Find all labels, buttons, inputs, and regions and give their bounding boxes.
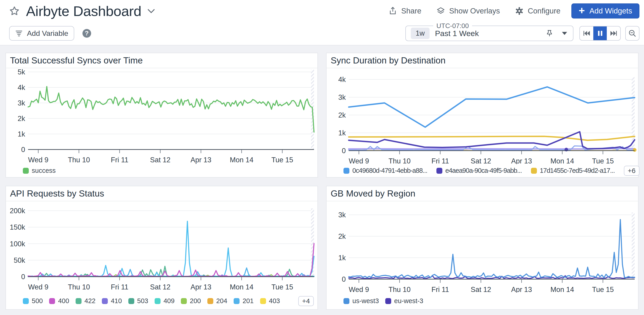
show-overlays-button[interactable]: Show Overlays [436,6,500,15]
playback-controls [579,26,621,41]
legend-item[interactable]: eu-west-3 [385,297,423,305]
svg-text:1k: 1k [338,129,346,137]
svg-text:Thu 10: Thu 10 [388,286,410,293]
legend-item[interactable]: 0c49680d-4791-4ebb-a88... [344,167,427,174]
zoom-out-button[interactable] [625,26,640,41]
legend-item[interactable]: 204 [207,297,227,305]
svg-text:0: 0 [21,146,25,154]
title-chevron-down-icon[interactable] [147,8,155,13]
legend-label: 500 [32,297,43,305]
legend-swatch [128,298,134,304]
widget-title: Total Successful Syncs over Time [6,53,318,68]
line-chart-sync-duration-by-destination[interactable]: 01k2k3k4kWed 9Thu 10Fri 11Sat 12Apr 13Mo… [326,68,638,164]
widget-title: GB Moved by Region [326,186,638,201]
add-widgets-button[interactable]: + Add Widgets [572,3,640,18]
plus-icon: + [579,5,585,16]
filter-icon [15,29,23,37]
favorite-star-icon[interactable] [9,6,20,16]
line-chart-total-successful-syncs[interactable]: 01k2k3k4k5kWed 9Thu 10Fri 11Sat 12Apr 13… [6,68,318,164]
legend-item[interactable]: 503 [128,297,148,305]
line-chart-api-requests-by-status[interactable]: 050k100k150k200kWed 9Thu 10Fri 11Sat 12A… [6,201,318,293]
svg-text:Apr 13: Apr 13 [190,156,211,164]
svg-text:3k: 3k [338,93,346,101]
svg-text:Apr 13: Apr 13 [190,283,211,291]
svg-text:Tue 15: Tue 15 [271,156,293,164]
widget-grid: Total Successful Syncs over Time 01k2k3k… [6,53,638,310]
svg-text:0: 0 [21,273,25,281]
legend-swatch [76,298,82,304]
legend-label: success [32,167,56,174]
svg-text:Thu 10: Thu 10 [388,157,410,164]
legend-item[interactable]: 200 [181,297,201,305]
svg-text:Wed 9: Wed 9 [349,157,369,164]
share-button[interactable]: Share [388,6,421,15]
configure-button[interactable]: Configure [515,6,560,15]
svg-text:2k: 2k [338,111,346,119]
legend-item[interactable]: 400 [49,297,69,305]
legend-label: 0c49680d-4791-4ebb-a88... [352,167,427,174]
add-variable-button[interactable]: Add Variable [9,26,74,41]
timezone-label: UTC-07:00 [433,22,472,30]
svg-text:5k: 5k [18,68,25,76]
svg-text:Apr 13: Apr 13 [511,157,532,164]
legend-swatch [531,168,537,174]
legend-item[interactable]: 403 [260,297,280,305]
legend-swatch [344,168,350,174]
svg-text:Mon 14: Mon 14 [230,156,253,164]
svg-text:3k: 3k [338,211,346,219]
legend-item[interactable]: 201 [234,297,254,305]
header-actions: Share Show Overlays [374,3,640,18]
legend-item[interactable]: success [23,167,56,174]
range-label: Past 1 Week [435,29,479,38]
svg-text:Wed 9: Wed 9 [28,283,48,291]
legend-item[interactable]: 17d1455c-7ed5-49d2-a17... [531,167,615,174]
svg-text:Tue 15: Tue 15 [592,157,614,164]
pause-icon [596,29,604,37]
legend-label: e4aea90a-90ca-49f5-9abb... [445,167,522,174]
legend-swatch [260,298,266,304]
svg-text:1k: 1k [18,130,25,138]
legend-item[interactable]: 410 [102,297,122,305]
pin-icon[interactable] [546,29,553,37]
range-shortcut-chip[interactable]: 1w [411,28,430,39]
chart-legend: us-west3eu-west-3 [326,293,638,309]
chart-legend: 500400422410503409200204201403+4 [6,293,318,309]
pause-button[interactable] [593,26,607,40]
layers-icon [436,6,445,15]
svg-text:2k: 2k [338,232,346,240]
legend-swatch [23,168,29,174]
widget-title: API Requests by Status [6,186,318,201]
widget-total-successful-syncs[interactable]: Total Successful Syncs over Time 01k2k3k… [6,53,318,178]
skip-forward-button[interactable] [607,26,620,40]
legend-item[interactable]: us-west3 [344,297,379,305]
time-range-picker[interactable]: UTC-07:00 1w Past 1 Week [405,25,574,41]
legend-more-chip[interactable]: +6 [624,166,640,176]
legend-label: 422 [84,297,96,305]
legend-item[interactable]: 409 [154,297,174,305]
svg-text:Mon 14: Mon 14 [550,286,574,293]
skip-backward-button[interactable] [580,26,593,40]
line-chart-gb-moved-by-region[interactable]: 01k2k3kWed 9Thu 10Fri 11Sat 12Apr 13Mon … [326,201,638,293]
legend-item[interactable]: 422 [76,297,96,305]
svg-text:Tue 15: Tue 15 [592,286,614,293]
legend-swatch [344,298,350,304]
legend-label: 410 [111,297,122,305]
legend-item[interactable]: 500 [23,297,43,305]
legend-label: 200 [190,297,201,305]
svg-text:Apr 13: Apr 13 [511,286,532,293]
legend-swatch [49,298,55,304]
widget-api-requests-by-status[interactable]: API Requests by Status 050k100k150k200kW… [6,186,318,310]
legend-item[interactable]: e4aea90a-90ca-49f5-9abb... [436,167,522,174]
svg-text:2k: 2k [18,115,25,123]
legend-label: 403 [269,297,280,305]
svg-text:Fri 11: Fri 11 [432,286,449,293]
dropdown-caret-icon[interactable] [561,31,568,36]
svg-text:100k: 100k [10,240,25,248]
help-icon[interactable]: ? [82,29,91,38]
dashboard-header: Airbyte Dashboard Share Show Overlays [0,0,644,45]
legend-more-chip[interactable]: +4 [298,296,314,306]
widget-sync-duration-by-destination[interactable]: Sync Duration by Destination 01k2k3k4kWe… [326,53,638,178]
svg-text:Thu 10: Thu 10 [68,156,90,164]
svg-text:Wed 9: Wed 9 [28,156,48,164]
widget-gb-moved-by-region[interactable]: GB Moved by Region 01k2k3kWed 9Thu 10Fri… [326,186,638,310]
